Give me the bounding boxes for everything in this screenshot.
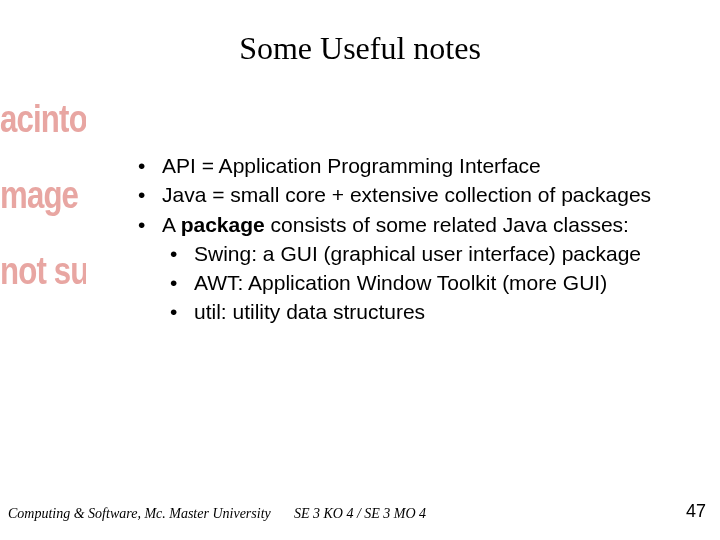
sub-bullet-item: AWT: Application Window Toolkit (more GU… <box>120 269 680 296</box>
slide-footer: Computing & Software, Mc. Master Univers… <box>0 502 720 522</box>
bullet-item: Java = small core + extensive collection… <box>120 181 680 208</box>
bullet-item: API = Application Programming Interface <box>120 152 680 179</box>
background-watermark: acintosh P mage form not suppo <box>0 100 86 328</box>
sub-bullet-item: Swing: a GUI (graphical user interface) … <box>120 240 680 267</box>
bullet-text-pre: A <box>162 213 181 236</box>
bullet-item: A package consists of some related Java … <box>120 211 680 238</box>
page-number: 47 <box>686 501 706 522</box>
footer-center: SE 3 KO 4 / SE 3 MO 4 <box>0 506 720 522</box>
bg-line-3: not suppo <box>0 252 86 290</box>
slide-content: API = Application Programming Interface … <box>120 152 680 328</box>
sub-bullet-item: util: utility data structures <box>120 298 680 325</box>
slide-title: Some Useful notes <box>0 30 720 67</box>
bullet-text-post: consists of some related Java classes: <box>265 213 629 236</box>
bg-line-2: mage form <box>0 176 86 214</box>
bullet-bold: package <box>181 213 265 236</box>
bg-line-1: acintosh P <box>0 100 86 138</box>
